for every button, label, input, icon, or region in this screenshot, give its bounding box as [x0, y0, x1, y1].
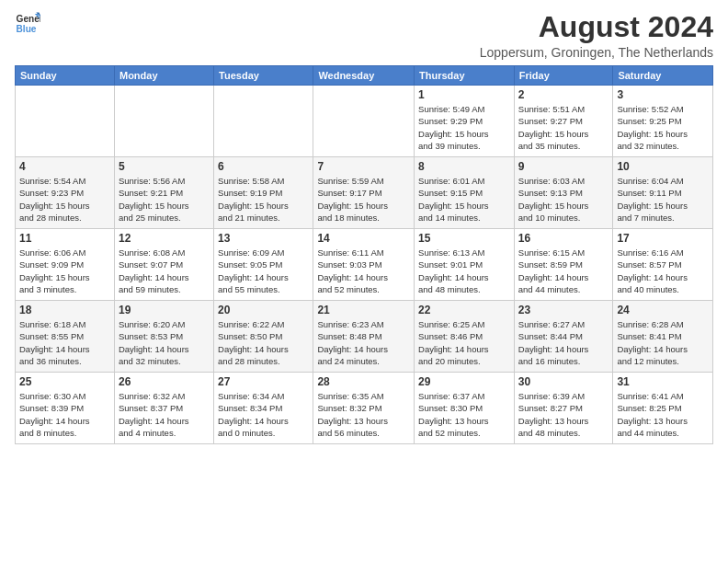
day-number: 5	[119, 160, 210, 173]
day-number: 2	[518, 88, 609, 101]
table-row: 26Sunrise: 6:32 AM Sunset: 8:37 PM Dayli…	[114, 373, 213, 444]
day-info: Sunrise: 6:01 AM Sunset: 9:15 PM Dayligh…	[418, 175, 510, 224]
col-friday: Friday	[514, 66, 613, 86]
day-info: Sunrise: 6:18 AM Sunset: 8:55 PM Dayligh…	[19, 318, 110, 367]
day-number: 30	[518, 375, 609, 388]
table-row	[114, 86, 213, 157]
table-row: 15Sunrise: 6:13 AM Sunset: 9:01 PM Dayli…	[415, 229, 515, 301]
day-number: 8	[418, 160, 510, 173]
day-number: 20	[218, 304, 309, 316]
day-number: 31	[617, 375, 709, 388]
table-row: 30Sunrise: 6:39 AM Sunset: 8:27 PM Dayli…	[514, 373, 613, 444]
day-info: Sunrise: 6:23 AM Sunset: 8:48 PM Dayligh…	[317, 318, 410, 367]
day-number: 26	[119, 375, 210, 388]
table-row	[214, 86, 313, 157]
table-row: 11Sunrise: 6:06 AM Sunset: 9:09 PM Dayli…	[16, 229, 115, 301]
subtitle: Loppersum, Groningen, The Netherlands	[480, 45, 713, 60]
col-wednesday: Wednesday	[313, 66, 415, 86]
main-title: August 2024	[480, 11, 713, 43]
day-info: Sunrise: 6:06 AM Sunset: 9:09 PM Dayligh…	[19, 247, 110, 295]
day-number: 1	[418, 88, 510, 101]
day-info: Sunrise: 6:03 AM Sunset: 9:13 PM Dayligh…	[518, 175, 609, 224]
day-number: 28	[317, 375, 410, 388]
table-row: 21Sunrise: 6:23 AM Sunset: 8:48 PM Dayli…	[313, 301, 415, 373]
table-row: 13Sunrise: 6:09 AM Sunset: 9:05 PM Dayli…	[214, 229, 313, 301]
day-info: Sunrise: 6:13 AM Sunset: 9:01 PM Dayligh…	[418, 247, 510, 295]
table-row: 4Sunrise: 5:54 AM Sunset: 9:23 PM Daylig…	[16, 157, 115, 229]
day-number: 17	[617, 232, 709, 245]
day-number: 11	[19, 232, 110, 245]
day-info: Sunrise: 5:54 AM Sunset: 9:23 PM Dayligh…	[19, 175, 110, 224]
table-row: 25Sunrise: 6:30 AM Sunset: 8:39 PM Dayli…	[16, 373, 115, 444]
day-info: Sunrise: 6:28 AM Sunset: 8:41 PM Dayligh…	[617, 318, 709, 367]
day-info: Sunrise: 6:30 AM Sunset: 8:39 PM Dayligh…	[19, 390, 110, 439]
page: General Blue August 2024 Loppersum, Gron…	[0, 0, 728, 563]
day-info: Sunrise: 6:25 AM Sunset: 8:46 PM Dayligh…	[418, 318, 510, 367]
table-row: 2Sunrise: 5:51 AM Sunset: 9:27 PM Daylig…	[514, 86, 613, 157]
day-number: 9	[518, 160, 609, 173]
day-number: 29	[418, 375, 510, 388]
day-info: Sunrise: 6:20 AM Sunset: 8:53 PM Dayligh…	[119, 318, 210, 367]
title-block: August 2024 Loppersum, Groningen, The Ne…	[480, 11, 713, 60]
day-info: Sunrise: 6:09 AM Sunset: 9:05 PM Dayligh…	[218, 247, 309, 295]
day-number: 25	[19, 375, 110, 388]
day-info: Sunrise: 5:59 AM Sunset: 9:17 PM Dayligh…	[317, 175, 410, 224]
day-number: 21	[317, 304, 410, 316]
table-row: 1Sunrise: 5:49 AM Sunset: 9:29 PM Daylig…	[415, 86, 515, 157]
calendar-week-row: 25Sunrise: 6:30 AM Sunset: 8:39 PM Dayli…	[16, 373, 713, 444]
table-row: 22Sunrise: 6:25 AM Sunset: 8:46 PM Dayli…	[415, 301, 515, 373]
table-row: 10Sunrise: 6:04 AM Sunset: 9:11 PM Dayli…	[613, 157, 713, 229]
day-number: 10	[617, 160, 709, 173]
table-row: 23Sunrise: 6:27 AM Sunset: 8:44 PM Dayli…	[514, 301, 613, 373]
day-info: Sunrise: 5:58 AM Sunset: 9:19 PM Dayligh…	[218, 175, 309, 224]
day-info: Sunrise: 5:51 AM Sunset: 9:27 PM Dayligh…	[518, 103, 609, 152]
day-info: Sunrise: 6:22 AM Sunset: 8:50 PM Dayligh…	[218, 318, 309, 367]
day-info: Sunrise: 5:52 AM Sunset: 9:25 PM Dayligh…	[617, 103, 709, 152]
calendar-week-row: 1Sunrise: 5:49 AM Sunset: 9:29 PM Daylig…	[16, 86, 713, 157]
calendar-week-row: 11Sunrise: 6:06 AM Sunset: 9:09 PM Dayli…	[16, 229, 713, 301]
day-info: Sunrise: 6:39 AM Sunset: 8:27 PM Dayligh…	[518, 390, 609, 439]
logo-icon: General Blue	[15, 11, 40, 37]
col-thursday: Thursday	[415, 66, 515, 86]
day-number: 16	[518, 232, 609, 245]
day-number: 4	[19, 160, 110, 173]
col-tuesday: Tuesday	[214, 66, 313, 86]
day-number: 12	[119, 232, 210, 245]
day-info: Sunrise: 6:32 AM Sunset: 8:37 PM Dayligh…	[119, 390, 210, 439]
day-number: 13	[218, 232, 309, 245]
day-number: 27	[218, 375, 309, 388]
svg-text:Blue: Blue	[17, 24, 37, 34]
day-number: 15	[418, 232, 510, 245]
day-info: Sunrise: 6:37 AM Sunset: 8:30 PM Dayligh…	[418, 390, 510, 439]
table-row: 17Sunrise: 6:16 AM Sunset: 8:57 PM Dayli…	[613, 229, 713, 301]
table-row: 7Sunrise: 5:59 AM Sunset: 9:17 PM Daylig…	[313, 157, 415, 229]
col-saturday: Saturday	[613, 66, 713, 86]
table-row: 9Sunrise: 6:03 AM Sunset: 9:13 PM Daylig…	[514, 157, 613, 229]
table-row: 29Sunrise: 6:37 AM Sunset: 8:30 PM Dayli…	[415, 373, 515, 444]
table-row: 18Sunrise: 6:18 AM Sunset: 8:55 PM Dayli…	[16, 301, 115, 373]
day-info: Sunrise: 6:34 AM Sunset: 8:34 PM Dayligh…	[218, 390, 309, 439]
day-number: 7	[317, 160, 410, 173]
table-row: 20Sunrise: 6:22 AM Sunset: 8:50 PM Dayli…	[214, 301, 313, 373]
day-info: Sunrise: 6:08 AM Sunset: 9:07 PM Dayligh…	[119, 247, 210, 295]
table-row: 12Sunrise: 6:08 AM Sunset: 9:07 PM Dayli…	[114, 229, 213, 301]
day-number: 6	[218, 160, 309, 173]
logo: General Blue	[15, 11, 40, 37]
col-sunday: Sunday	[16, 66, 115, 86]
day-info: Sunrise: 6:35 AM Sunset: 8:32 PM Dayligh…	[317, 390, 410, 439]
day-number: 14	[317, 232, 410, 245]
table-row: 14Sunrise: 6:11 AM Sunset: 9:03 PM Dayli…	[313, 229, 415, 301]
table-row: 24Sunrise: 6:28 AM Sunset: 8:41 PM Dayli…	[613, 301, 713, 373]
table-row: 3Sunrise: 5:52 AM Sunset: 9:25 PM Daylig…	[613, 86, 713, 157]
day-number: 3	[617, 88, 709, 101]
calendar-header-row: Sunday Monday Tuesday Wednesday Thursday…	[16, 66, 713, 86]
day-info: Sunrise: 6:04 AM Sunset: 9:11 PM Dayligh…	[617, 175, 709, 224]
table-row: 6Sunrise: 5:58 AM Sunset: 9:19 PM Daylig…	[214, 157, 313, 229]
table-row: 28Sunrise: 6:35 AM Sunset: 8:32 PM Dayli…	[313, 373, 415, 444]
day-number: 23	[518, 304, 609, 316]
table-row: 8Sunrise: 6:01 AM Sunset: 9:15 PM Daylig…	[415, 157, 515, 229]
day-info: Sunrise: 6:11 AM Sunset: 9:03 PM Dayligh…	[317, 247, 410, 295]
day-info: Sunrise: 6:16 AM Sunset: 8:57 PM Dayligh…	[617, 247, 709, 295]
table-row: 19Sunrise: 6:20 AM Sunset: 8:53 PM Dayli…	[114, 301, 213, 373]
day-info: Sunrise: 5:56 AM Sunset: 9:21 PM Dayligh…	[119, 175, 210, 224]
